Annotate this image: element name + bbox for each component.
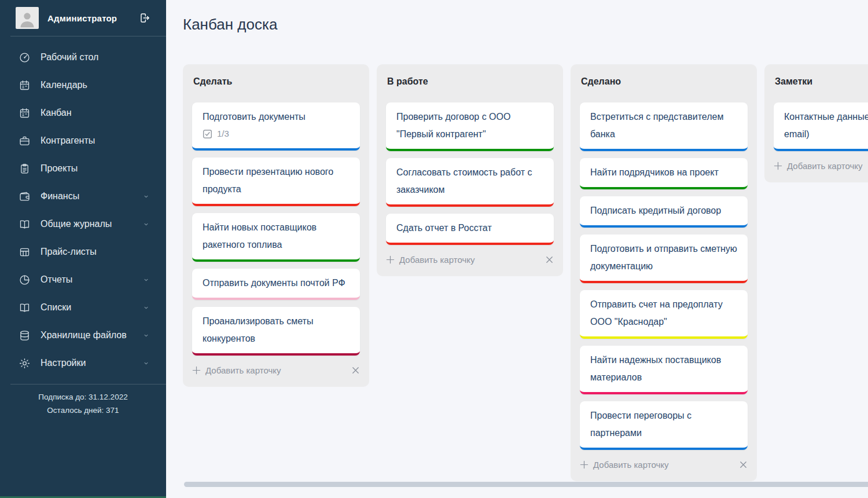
sidebar-item-label: Канбан	[41, 108, 72, 118]
card-title: Подготовить документы	[203, 108, 350, 126]
sidebar-item-counterparties[interactable]: Контрагенты	[0, 127, 166, 155]
add-card-label: Добавить карточку	[399, 255, 475, 265]
plus-icon	[386, 255, 395, 264]
column-title: Заметки	[775, 76, 868, 87]
kanban-card[interactable]: Проанализировать сметы конкурентов	[192, 307, 360, 356]
sidebar-item-label: Настройки	[41, 358, 86, 368]
sidebar-item-calendar[interactable]: Календарь	[0, 71, 166, 99]
dashboard-icon	[18, 51, 31, 64]
checklist-count: 1/3	[217, 125, 229, 142]
horizontal-scrollbar-thumb[interactable]	[184, 482, 868, 487]
subscription-info: Подписка до: 31.12.2022 Осталось дней: 3…	[0, 385, 166, 417]
kanban-card[interactable]: Сдать отчет в Росстат	[386, 214, 554, 245]
add-card-button[interactable]: Добавить карточку	[580, 460, 668, 470]
subscription-until: Подписка до: 31.12.2022	[0, 390, 166, 404]
sidebar-item-journals[interactable]: Общие журналы	[0, 210, 166, 238]
sidebar-item-projects[interactable]: Проекты	[0, 155, 166, 182]
card-title: Проверить договор с ООО "Первый контраге…	[396, 108, 543, 143]
add-card-label: Добавить карточку	[205, 365, 281, 375]
card-checklist: 1/3	[203, 126, 350, 141]
sidebar-item-label: Прайс-листы	[41, 247, 97, 257]
plus-icon	[774, 162, 782, 170]
main-content: Канбан доска Сделать Подготовить докумен…	[166, 0, 868, 498]
column-cards: Подготовить документы 1/3 Провести презе…	[192, 102, 360, 356]
column-footer: Добавить карточку	[580, 457, 748, 472]
card-title: Сдать отчет в Росстат	[396, 219, 543, 237]
chevron-down-icon	[141, 219, 151, 229]
column-cards: Встретиться с представителем банка Найти…	[580, 102, 748, 450]
person-icon	[17, 9, 37, 29]
card-title: Согласовать стоимость работ с заказчиком	[396, 164, 543, 199]
card-title: Отправить документы почтой РФ	[203, 274, 350, 292]
close-column-icon[interactable]	[351, 366, 360, 375]
kanban-board: Сделать Подготовить документы 1/3 Провес…	[183, 64, 868, 481]
add-card-button[interactable]: Добавить карточку	[386, 255, 475, 265]
sidebar-item-finance[interactable]: Финансы	[0, 182, 166, 210]
days-left: Осталось дней: 371	[0, 404, 166, 417]
column-footer: Добавить карточку	[386, 252, 554, 267]
user-name: Администратор	[47, 13, 130, 23]
column-footer: Добавить карточку	[192, 362, 360, 378]
sidebar-item-price-lists[interactable]: Прайс-листы	[0, 238, 166, 266]
sidebar-item-kanban[interactable]: Канбан	[0, 99, 166, 127]
chevron-down-icon	[141, 358, 151, 368]
sidebar-item-file-storage[interactable]: Хранилище файлов	[0, 321, 166, 349]
kanban-card[interactable]: Отправить документы почтой РФ	[192, 269, 360, 300]
kanban-card[interactable]: Провести переговоры с партнерами	[580, 401, 748, 450]
kanban-card[interactable]: Подготовить и отправить сметную документ…	[580, 235, 748, 283]
sidebar-item-label: Контрагенты	[41, 136, 95, 146]
kanban-card[interactable]: Отправить счет на предоплату ООО "Красно…	[580, 290, 748, 339]
kanban-card[interactable]: Встретиться с представителем банка	[580, 102, 748, 151]
sidebar-item-label: Списки	[41, 302, 71, 313]
kanban-column-in-progress: В работе Проверить договор с ООО "Первый…	[377, 64, 563, 276]
plus-icon	[192, 366, 201, 375]
briefcase-icon	[18, 134, 31, 147]
sidebar-item-desktop[interactable]: Рабочий стол	[0, 43, 166, 71]
kanban-column-notes: Заметки Контактные данные (тел, email) Д…	[764, 64, 868, 182]
kanban-card[interactable]: Найти подрядчиков на проект	[580, 158, 748, 189]
kanban-column-done: Сделано Встретиться с представителем бан…	[571, 64, 757, 481]
card-title: Контактные данные (тел, email)	[784, 108, 868, 143]
sidebar-menu: Рабочий стол Календарь Канбан Контрагент…	[0, 36, 166, 384]
table-icon	[18, 246, 31, 258]
clipboard-icon	[18, 162, 31, 175]
close-column-icon[interactable]	[545, 255, 554, 264]
book-icon	[18, 218, 31, 230]
column-title: В работе	[387, 76, 554, 87]
kanban-card[interactable]: Найти надежных поставщиков материалов	[580, 346, 748, 394]
sidebar-item-label: Хранилище файлов	[41, 330, 127, 340]
checkbox-icon	[203, 129, 212, 139]
app-root: Администратор Рабочий стол Календарь Кан…	[0, 0, 868, 498]
add-card-label: Добавить карточку	[593, 460, 668, 470]
logout-icon[interactable]	[138, 11, 152, 25]
sidebar-item-label: Рабочий стол	[41, 52, 98, 63]
sidebar-item-lists[interactable]: Списки	[0, 294, 166, 321]
kanban-card[interactable]: Подписать кредитный договор	[580, 196, 748, 228]
chevron-down-icon	[141, 192, 151, 202]
kanban-card[interactable]: Согласовать стоимость работ с заказчиком	[386, 158, 554, 207]
sidebar-item-label: Общие журналы	[41, 219, 112, 229]
kanban-card[interactable]: Провести презентацию нового продукта	[192, 158, 360, 206]
card-title: Встретиться с представителем банка	[590, 108, 737, 143]
kanban-column-todo: Сделать Подготовить документы 1/3 Провес…	[183, 64, 369, 387]
book-icon	[18, 301, 31, 314]
close-column-icon[interactable]	[739, 460, 748, 469]
card-title: Проанализировать сметы конкурентов	[203, 313, 350, 347]
card-title: Найти надежных поставщиков материалов	[590, 351, 737, 386]
calendar-icon	[18, 107, 31, 119]
sidebar: Администратор Рабочий стол Календарь Кан…	[0, 0, 166, 498]
wallet-icon	[18, 190, 31, 203]
kanban-card[interactable]: Контактные данные (тел, email)	[774, 102, 868, 151]
kanban-card[interactable]: Найти новых поставщиков ракетного топлив…	[192, 213, 360, 262]
pie-chart-icon	[18, 273, 31, 286]
column-title: Сделано	[581, 76, 748, 87]
kanban-card[interactable]: Проверить договор с ООО "Первый контраге…	[386, 102, 554, 151]
sidebar-item-label: Календарь	[41, 80, 87, 90]
sidebar-item-reports[interactable]: Отчеты	[0, 266, 166, 294]
plus-icon	[580, 460, 589, 469]
add-card-button[interactable]: Добавить карточку	[774, 161, 862, 171]
gear-icon	[18, 357, 31, 369]
sidebar-item-settings[interactable]: Настройки	[0, 349, 166, 377]
kanban-card[interactable]: Подготовить документы 1/3	[192, 102, 360, 151]
add-card-button[interactable]: Добавить карточку	[192, 365, 281, 375]
